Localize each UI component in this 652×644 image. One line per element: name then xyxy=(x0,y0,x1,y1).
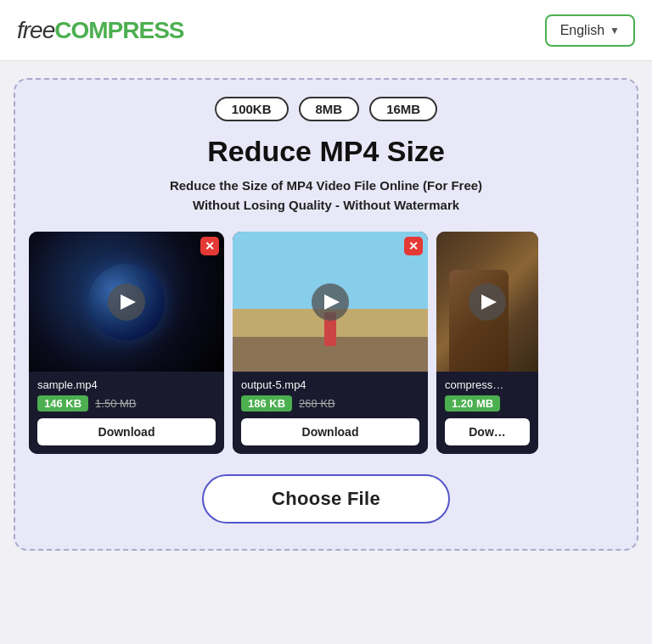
chevron-down-icon: ▼ xyxy=(610,25,620,36)
card-info-1: sample.mp4 146 KB 1.50 MB Download xyxy=(29,372,224,454)
main-content: 100KB 8MB 16MB Reduce MP4 Size Reduce th… xyxy=(0,61,652,568)
download-button-3[interactable]: Dow… xyxy=(445,418,530,445)
size-badge-8mb[interactable]: 8MB xyxy=(299,97,360,121)
play-icon-1 xyxy=(121,294,136,310)
download-button-2[interactable]: Download xyxy=(241,418,419,445)
size-badge-100kb[interactable]: 100KB xyxy=(215,97,289,121)
file-sizes-1: 146 KB 1.50 MB xyxy=(37,395,216,412)
download-button-1[interactable]: Download xyxy=(37,418,216,445)
video-cards-row: ✕ sample.mp4 146 KB 1.50 MB Download xyxy=(29,232,623,454)
header: freeCOMPRESS English ▼ xyxy=(0,0,652,61)
video-thumbnail-2[interactable]: ✕ xyxy=(233,232,428,372)
subtitle-line1: Reduce the Size of MP4 Video File Online… xyxy=(170,178,482,193)
play-button-2[interactable] xyxy=(312,283,349,321)
video-card-1: ✕ sample.mp4 146 KB 1.50 MB Download xyxy=(29,232,224,454)
logo: freeCOMPRESS xyxy=(17,17,184,44)
size-new-1: 146 KB xyxy=(37,395,88,412)
file-name-3: compress… xyxy=(445,378,530,391)
close-button-2[interactable]: ✕ xyxy=(404,237,423,255)
dashed-container: 100KB 8MB 16MB Reduce MP4 Size Reduce th… xyxy=(14,78,638,551)
language-label: English xyxy=(560,23,604,38)
choose-file-button[interactable]: Choose File xyxy=(202,474,450,524)
card-info-2: output-5.mp4 186 KB 268 KB Download xyxy=(233,372,428,454)
size-badges-row: 100KB 8MB 16MB xyxy=(29,97,623,121)
file-sizes-3: 1.20 MB xyxy=(445,395,530,412)
play-icon-3 xyxy=(481,294,497,310)
video-thumbnail-3[interactable] xyxy=(436,232,538,372)
size-new-3: 1.20 MB xyxy=(445,395,500,412)
choose-file-wrapper: Choose File xyxy=(29,474,623,524)
size-old-1: 1.50 MB xyxy=(95,397,136,410)
play-button-3[interactable] xyxy=(469,283,506,321)
close-button-1[interactable]: ✕ xyxy=(200,237,219,255)
video-card-3: compress… 1.20 MB Dow… xyxy=(436,232,538,454)
size-badge-16mb[interactable]: 16MB xyxy=(369,97,437,121)
size-new-2: 186 KB xyxy=(241,395,292,412)
page-title: Reduce MP4 Size xyxy=(29,135,623,168)
play-icon-2 xyxy=(324,294,340,310)
page-subtitle: Reduce the Size of MP4 Video File Online… xyxy=(29,176,623,215)
video-thumbnail-1[interactable]: ✕ xyxy=(29,232,224,372)
size-old-2: 268 KB xyxy=(299,397,335,410)
file-name-2: output-5.mp4 xyxy=(241,378,419,391)
play-button-1[interactable] xyxy=(108,283,145,321)
subtitle-line2: Without Losing Quality - Without Waterma… xyxy=(193,198,459,212)
card-info-3: compress… 1.20 MB Dow… xyxy=(436,372,538,454)
video-card-2: ✕ output-5.mp4 186 KB 268 KB Download xyxy=(233,232,428,454)
file-sizes-2: 186 KB 268 KB xyxy=(241,395,419,412)
language-selector[interactable]: English ▼ xyxy=(545,14,635,47)
logo-compress-text: COMPRESS xyxy=(54,17,183,43)
logo-free-text: free xyxy=(17,17,54,43)
file-name-1: sample.mp4 xyxy=(37,378,216,391)
